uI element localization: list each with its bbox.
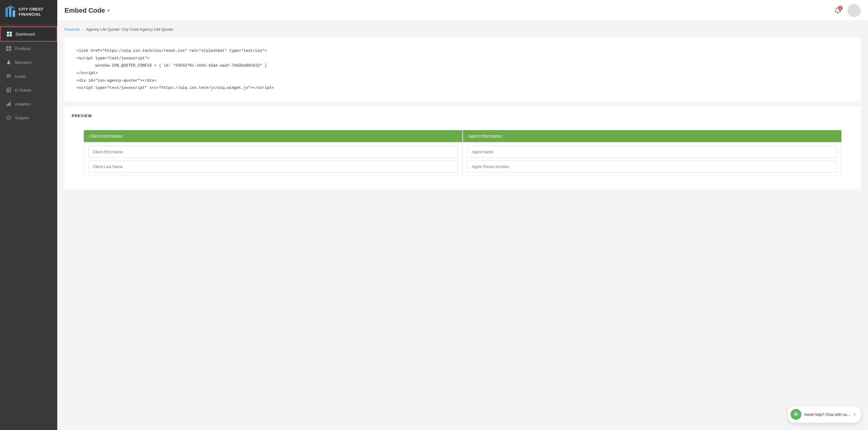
sidebar-item-products[interactable]: Products <box>0 41 57 56</box>
app-name: CITY CREST FINANCIAL <box>19 7 53 17</box>
chat-icon: N <box>790 409 801 420</box>
sidebar-item-support[interactable]: Support <box>0 111 57 125</box>
title-chevron-icon[interactable]: ▾ <box>107 7 110 13</box>
sidebar-item-leads[interactable]: Leads <box>0 69 57 83</box>
breadcrumb-products-link[interactable]: Products <box>64 27 80 32</box>
svg-point-24 <box>8 118 9 118</box>
svg-rect-4 <box>7 32 9 34</box>
svg-rect-0 <box>5 8 8 17</box>
analytics-icon <box>6 101 11 107</box>
preview-content: Client Information: Agent Information: <box>72 124 854 182</box>
main-content: Embed Code ▾ 1 Products › Agency Life Qu… <box>57 0 868 430</box>
products-icon <box>6 46 11 51</box>
client-first-name-input[interactable] <box>88 146 458 158</box>
sidebar-item-dashboard[interactable]: Dashboard <box>0 27 57 41</box>
form-inputs-area <box>84 143 841 176</box>
client-last-name-input[interactable] <box>88 161 458 172</box>
svg-marker-3 <box>5 5 16 8</box>
svg-rect-17 <box>7 89 10 90</box>
sidebar-logo: CITY CREST FINANCIAL <box>0 0 57 24</box>
sidebar-item-support-label: Support <box>15 115 29 120</box>
notification-badge: 1 <box>838 6 843 10</box>
header: Embed Code ▾ 1 <box>57 0 868 21</box>
page-title: Embed Code <box>64 7 105 14</box>
svg-rect-7 <box>10 34 12 36</box>
svg-point-12 <box>8 61 10 62</box>
svg-rect-10 <box>6 49 8 51</box>
sidebar: CITY CREST FINANCIAL Dashboard <box>0 0 57 430</box>
svg-rect-22 <box>10 102 10 106</box>
etickets-icon <box>6 87 11 93</box>
content-area: Products › Agency Life Quoter: City Cres… <box>57 21 868 430</box>
svg-rect-19 <box>7 91 9 92</box>
sidebar-item-dashboard-label: Dashboard <box>16 32 35 36</box>
sidebar-nav: Dashboard Products Members <box>0 24 57 430</box>
agent-name-input[interactable] <box>467 146 837 158</box>
sidebar-item-etickets[interactable]: E-Tickets <box>0 83 57 97</box>
breadcrumb: Products › Agency Life Quoter: City Cres… <box>64 27 861 32</box>
header-actions: 1 <box>832 4 861 17</box>
svg-rect-9 <box>9 46 11 48</box>
agent-phone-input[interactable] <box>467 161 837 172</box>
grid-icon <box>7 31 12 37</box>
sidebar-item-members-label: Members <box>15 60 31 65</box>
svg-rect-20 <box>7 104 7 106</box>
sidebar-item-analytics[interactable]: Analytics <box>0 97 57 111</box>
sidebar-item-products-label: Products <box>15 46 30 51</box>
client-fields-col <box>84 143 463 176</box>
svg-rect-6 <box>7 34 9 36</box>
chat-label: Need help? Chat with us... <box>804 412 850 417</box>
preview-card: PREVIEW Client Information: Agent Inform… <box>64 106 861 189</box>
svg-rect-8 <box>6 46 8 48</box>
svg-rect-11 <box>9 49 11 51</box>
support-icon <box>6 115 11 121</box>
breadcrumb-current: Agency Life Quoter: City Crest Agency Li… <box>86 27 174 32</box>
agent-fields-col <box>463 143 841 176</box>
breadcrumb-separator: › <box>82 27 84 32</box>
client-info-header: Client Information: <box>84 130 462 142</box>
svg-rect-15 <box>7 77 9 78</box>
sidebar-item-etickets-label: E-Tickets <box>15 88 31 93</box>
chat-chevron-icon: ∨ <box>853 412 856 417</box>
embed-code-block: <link href="https://alq.ixn.tech/css/res… <box>64 38 861 101</box>
header-title-area: Embed Code ▾ <box>64 7 110 14</box>
sidebar-item-members[interactable]: Members <box>0 56 57 69</box>
preview-label: PREVIEW <box>72 113 854 118</box>
sidebar-item-leads-label: Leads <box>15 74 26 78</box>
leads-icon <box>6 73 11 79</box>
svg-rect-2 <box>13 10 15 17</box>
notification-button[interactable]: 1 <box>832 4 844 16</box>
user-avatar[interactable] <box>847 4 861 17</box>
svg-rect-13 <box>7 75 11 75</box>
form-section-headers: Client Information: Agent Information: <box>84 130 841 142</box>
svg-rect-18 <box>7 90 10 91</box>
svg-rect-5 <box>10 32 12 34</box>
members-icon <box>6 60 11 65</box>
embed-code-card: <link href="https://alq.ixn.tech/css/res… <box>64 38 861 101</box>
svg-rect-14 <box>7 76 11 76</box>
logo-icon <box>5 5 16 19</box>
chat-widget[interactable]: N Need help? Chat with us... ∨ <box>787 406 861 423</box>
svg-rect-21 <box>8 103 9 106</box>
sidebar-item-analytics-label: Analytics <box>15 102 31 106</box>
agent-info-header: Agent Information: <box>463 130 841 142</box>
